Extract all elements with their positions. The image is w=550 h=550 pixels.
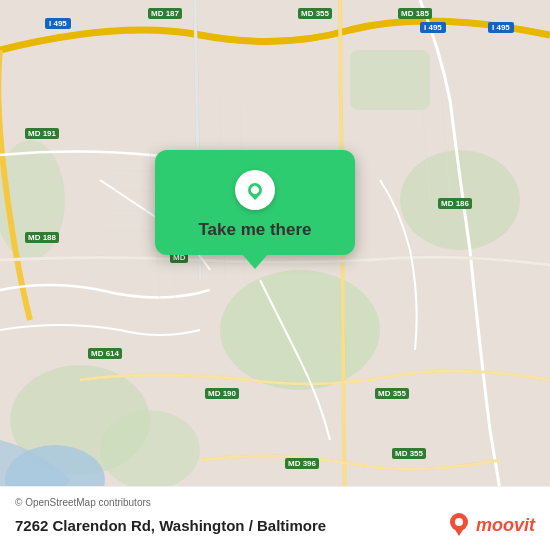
shield-md188: MD 188	[25, 232, 59, 243]
moovit-pin-wrapper	[446, 512, 472, 538]
shield-md614: MD 614	[88, 348, 122, 359]
pin-inner	[245, 180, 265, 200]
shield-md190: MD 190	[205, 388, 239, 399]
map-svg	[0, 0, 550, 550]
svg-point-1	[220, 270, 380, 390]
moovit-logo: moovit	[446, 512, 535, 538]
shield-md355-b2: MD 355	[392, 448, 426, 459]
shield-md186: MD 186	[438, 198, 472, 209]
address-text: 7262 Clarendon Rd, Washington / Baltimor…	[15, 517, 326, 534]
moovit-pin-icon	[446, 512, 472, 538]
shield-i495-tr1: I 495	[420, 22, 446, 33]
svg-rect-5	[350, 50, 430, 110]
location-pin-icon	[235, 170, 275, 210]
moovit-brand-text: moovit	[476, 515, 535, 536]
shield-md191: MD 191	[25, 128, 59, 139]
svg-marker-10	[454, 528, 464, 536]
attribution: © OpenStreetMap contributors	[15, 497, 535, 508]
svg-point-4	[100, 410, 200, 490]
take-me-there-button[interactable]: Take me there	[198, 220, 311, 240]
shield-md185: MD 185	[398, 8, 432, 19]
bottom-bar: © OpenStreetMap contributors 7262 Claren…	[0, 486, 550, 550]
shield-md355-b1: MD 355	[375, 388, 409, 399]
shield-md396: MD 396	[285, 458, 319, 469]
bottom-row: 7262 Clarendon Rd, Washington / Baltimor…	[15, 512, 535, 538]
shield-md187: MD 187	[148, 8, 182, 19]
shield-i495-tr2: I 495	[488, 22, 514, 33]
shield-i495-tl: I 495	[45, 18, 71, 29]
popup-card: Take me there	[155, 150, 355, 255]
map-container: I 495 MD 187 MD 355 MD 185 I 495 I 495 M…	[0, 0, 550, 550]
svg-point-9	[455, 518, 463, 526]
shield-md355-top: MD 355	[298, 8, 332, 19]
